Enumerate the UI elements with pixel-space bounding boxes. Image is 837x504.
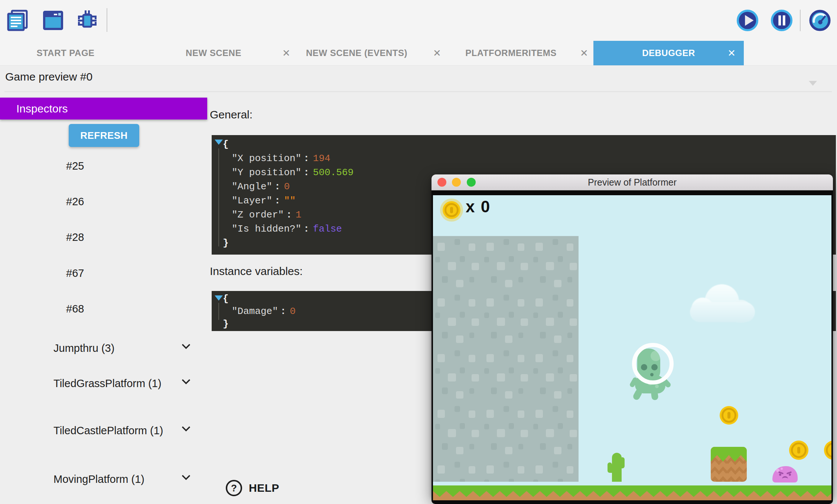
- main-toolbar: [0, 0, 837, 41]
- coin-counter: x 0: [466, 197, 491, 216]
- game-preview-selector[interactable]: Game preview #0: [5, 71, 92, 83]
- sidebar-item-67[interactable]: #67: [53, 267, 206, 280]
- sidebar-item-movingplatform[interactable]: MovingPlatform (1): [53, 473, 193, 486]
- json-open-brace: {: [212, 137, 836, 151]
- help-label: HELP: [249, 482, 279, 494]
- player-alien-sprite: [632, 344, 673, 396]
- coin-sprite: [824, 441, 833, 460]
- inspectors-header: Inspectors: [0, 98, 207, 120]
- json-row: "X position":194: [212, 151, 836, 166]
- chevron-down-icon[interactable]: [809, 81, 817, 86]
- slime-enemy-sprite: [772, 466, 798, 482]
- coin-sprite: [720, 406, 738, 425]
- toolbar-divider: [107, 8, 107, 32]
- sidebar-item-jumpthru[interactable]: Jumpthru (3): [53, 342, 193, 355]
- question-mark-icon: ?: [226, 480, 242, 496]
- debugger-screen: START PAGE NEW SCENE ✕ NEW SCENE (EVENTS…: [0, 0, 837, 504]
- coin-sprite: [789, 441, 808, 460]
- tab-new-scene-close-icon[interactable]: ✕: [282, 41, 290, 65]
- tab-new-scene-events[interactable]: NEW SCENE (EVENTS): [304, 41, 410, 65]
- sidebar-item-68[interactable]: #68: [53, 302, 206, 315]
- helmet-ring: [632, 343, 674, 384]
- sidebar-item-28[interactable]: #28: [53, 231, 206, 244]
- help-button[interactable]: ? HELP: [226, 480, 293, 498]
- sidebar-item-26[interactable]: #26: [53, 195, 206, 208]
- chevron-down-icon[interactable]: [181, 474, 191, 480]
- general-section-label: General:: [210, 108, 253, 121]
- toolbar-divider: [800, 10, 801, 31]
- inspectors-title: Inspectors: [16, 98, 68, 120]
- tab-debugger[interactable]: DEBUGGER ✕: [593, 41, 744, 65]
- divider: [4, 91, 832, 92]
- pause-icon[interactable]: [770, 9, 793, 32]
- tab-platformeritems-close-icon[interactable]: ✕: [580, 41, 588, 65]
- tab-platformeritems[interactable]: PLATFORMERITEMS: [460, 41, 562, 65]
- scene-window-icon[interactable]: [42, 9, 65, 32]
- tab-start-page[interactable]: START PAGE: [33, 41, 98, 65]
- speed-gauge-icon[interactable]: [808, 9, 831, 32]
- play-icon[interactable]: [736, 9, 759, 32]
- cloud-sprite: [690, 284, 755, 322]
- ground-sprite: [433, 485, 831, 500]
- chevron-down-icon[interactable]: [181, 343, 191, 349]
- tab-new-scene[interactable]: NEW SCENE: [182, 41, 245, 65]
- instance-variables-section-label: Instance variables:: [210, 265, 303, 278]
- editor-tabbar: START PAGE NEW SCENE ✕ NEW SCENE (EVENTS…: [0, 41, 837, 66]
- refresh-button[interactable]: REFRESH: [69, 124, 139, 147]
- tab-debugger-label: DEBUGGER: [593, 41, 744, 65]
- cactus-sprite: [608, 453, 625, 482]
- castle-wall-sprite: [433, 236, 579, 482]
- documents-icon[interactable]: [6, 9, 29, 32]
- preview-window: Preview of Platformer x 0: [431, 174, 833, 499]
- game-canvas: x 0: [431, 190, 833, 504]
- tab-new-scene-events-close-icon[interactable]: ✕: [433, 41, 441, 65]
- preview-window-titlebar[interactable]: Preview of Platformer: [431, 174, 833, 190]
- debug-bug-icon[interactable]: [76, 9, 99, 32]
- tab-debugger-close-icon[interactable]: ✕: [727, 41, 736, 65]
- sidebar-item-tiledgrassplatform[interactable]: TiledGrassPlatform (1): [53, 377, 193, 390]
- preview-window-title: Preview of Platformer: [431, 174, 833, 190]
- chevron-down-icon[interactable]: [181, 426, 191, 432]
- sidebar-item-25[interactable]: #25: [53, 160, 206, 173]
- grass-block-platform-sprite: [711, 447, 747, 482]
- sidebar-item-tiledcastleplatform[interactable]: TiledCastlePlatform (1): [53, 424, 193, 437]
- coin-hud-icon: [443, 201, 460, 219]
- chevron-down-icon[interactable]: [181, 379, 191, 384]
